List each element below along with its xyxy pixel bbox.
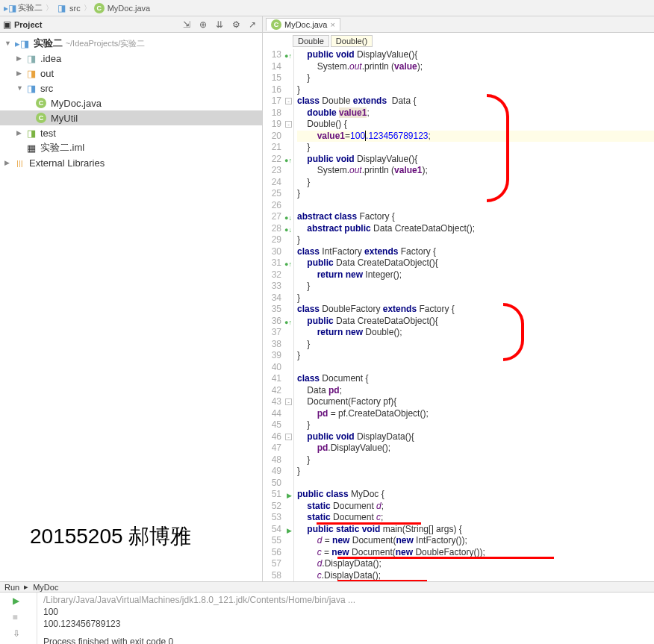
module-icon: ▸◨ bbox=[15, 38, 29, 49]
expand-toggle[interactable]: ▶ bbox=[4, 159, 13, 166]
watermark-text: 20155205 郝博雅 bbox=[30, 522, 191, 551]
editor-pane: C MyDoc.java × Double Double() 13●↑ 14 1… bbox=[263, 16, 654, 581]
run-tool-window: Run ▸ MyDoc ▶ ■ ⇩ /Library/Java/JavaVirt… bbox=[0, 581, 654, 644]
collapse-all-icon[interactable]: ⇊ bbox=[213, 18, 226, 31]
editor-crumb-bar: Double Double() bbox=[263, 33, 654, 49]
annotation-underline bbox=[337, 580, 427, 581]
expand-toggle[interactable]: ▼ bbox=[4, 40, 13, 47]
fold-icon[interactable]: - bbox=[285, 398, 292, 405]
tree-src[interactable]: ▼ ◨ src bbox=[0, 81, 262, 96]
run-toolbar: ▶ ■ ⇩ bbox=[0, 593, 37, 644]
run-gutter-icon[interactable]: ▶ bbox=[287, 490, 292, 502]
tree-label: out bbox=[40, 68, 54, 79]
folder-icon: ◨ bbox=[56, 3, 66, 13]
java-class-icon: C bbox=[36, 98, 46, 108]
override-icon[interactable]: ●↑ bbox=[284, 155, 292, 167]
test-folder-icon: ◨ bbox=[27, 128, 36, 139]
iml-icon: ▦ bbox=[27, 143, 36, 154]
annotation-underline bbox=[317, 522, 421, 525]
run-config-icon: ▸ bbox=[24, 582, 28, 592]
crumb-class[interactable]: Double bbox=[293, 35, 329, 47]
tree-mydoc[interactable]: C MyDoc.java bbox=[0, 96, 262, 110]
tree-label: src bbox=[40, 83, 53, 94]
tree-test[interactable]: ▶ ◨ test bbox=[0, 125, 262, 140]
target-icon[interactable]: ⊕ bbox=[196, 18, 210, 31]
tree-iml[interactable]: ▦ 实验二.iml bbox=[0, 140, 262, 155]
console-exit: Process finished with exit code 0 bbox=[43, 636, 648, 644]
project-tree[interactable]: ▼ ▸◨ 实验二 ~/IdeaProjects/实验二 ▶ ◨ .idea ▶ … bbox=[0, 33, 262, 173]
code-area[interactable]: public void DisplayValue(){ System.out.p… bbox=[294, 49, 654, 581]
console-line: 100.123456789123 bbox=[43, 618, 648, 630]
project-icon: ▣ bbox=[3, 19, 11, 30]
annotation-underline bbox=[337, 557, 554, 559]
override-icon[interactable]: ●↑ bbox=[284, 259, 292, 271]
tree-out[interactable]: ▶ ◨ out bbox=[0, 66, 262, 81]
source-folder-icon: ◨ bbox=[27, 83, 36, 94]
gutter[interactable]: 13●↑ 14 15 16 17- 18 19- 20 21 22●↑ 23 2… bbox=[263, 49, 294, 581]
impl-icon[interactable]: ●↓ bbox=[284, 225, 292, 237]
folder-icon: ▸◨ bbox=[4, 3, 15, 13]
console-line: 100 bbox=[43, 606, 648, 618]
tab-label: MyDoc.java bbox=[284, 20, 327, 29]
run-header: Run ▸ MyDoc bbox=[0, 582, 654, 593]
folder-icon: ◨ bbox=[27, 53, 36, 64]
editor-tab[interactable]: C MyDoc.java × bbox=[266, 18, 340, 31]
project-header: ▣ Project ⇲ ⊕ ⇊ ⚙ ↗ bbox=[0, 16, 262, 33]
close-icon[interactable]: × bbox=[330, 20, 334, 29]
library-icon: ⫼ bbox=[15, 157, 25, 169]
tree-root[interactable]: ▼ ▸◨ 实验二 ~/IdeaProjects/实验二 bbox=[0, 36, 262, 51]
project-title: Project bbox=[14, 20, 42, 29]
tree-label: MyDoc.java bbox=[51, 98, 102, 109]
run-label: Run bbox=[4, 583, 19, 592]
override-icon[interactable]: ●↑ bbox=[284, 317, 292, 329]
tree-idea[interactable]: ▶ ◨ .idea bbox=[0, 51, 262, 66]
tree-myutil[interactable]: C MyUtil bbox=[0, 110, 262, 125]
java-class-icon: C bbox=[271, 19, 281, 30]
java-class-icon: C bbox=[94, 3, 105, 13]
crumb-method[interactable]: Double() bbox=[331, 35, 373, 47]
annotation-brace bbox=[487, 94, 509, 202]
project-tool-window: ▣ Project ⇲ ⊕ ⇊ ⚙ ↗ ▼ ▸◨ 实验二 ~/IdeaProje… bbox=[0, 16, 263, 581]
fold-icon[interactable]: - bbox=[285, 98, 292, 104]
stop-icon[interactable]: ■ bbox=[13, 612, 25, 624]
fold-icon[interactable]: - bbox=[285, 434, 292, 440]
expand-toggle[interactable]: ▶ bbox=[16, 129, 25, 137]
java-class-icon: C bbox=[36, 113, 46, 123]
tree-path: ~/IdeaProjects/实验二 bbox=[66, 39, 146, 48]
chevron-right-icon: 〉 bbox=[46, 3, 53, 13]
tree-label: .idea bbox=[40, 53, 61, 64]
breadcrumb-root[interactable]: 实验二 bbox=[18, 2, 43, 13]
tree-label: External Libraries bbox=[29, 157, 105, 169]
expand-toggle[interactable]: ▶ bbox=[16, 69, 25, 77]
console-output[interactable]: /Library/Java/JavaVirtualMachines/jdk1.8… bbox=[37, 593, 654, 644]
breadcrumb-bar: ▸◨ 实验二 〉 ◨ src 〉 C MyDoc.java bbox=[0, 0, 654, 16]
tree-label: test bbox=[40, 128, 56, 139]
tree-external-libs[interactable]: ▶ ⫼ External Libraries bbox=[0, 155, 262, 170]
chevron-right-icon: 〉 bbox=[84, 3, 91, 13]
tree-label: 实验二 bbox=[34, 37, 63, 49]
expand-toggle[interactable]: ▶ bbox=[16, 54, 25, 62]
run-gutter-icon[interactable]: ▶ bbox=[287, 525, 292, 537]
override-icon[interactable]: ●↑ bbox=[284, 51, 292, 63]
hide-icon[interactable]: ↗ bbox=[246, 18, 259, 31]
run-config-name[interactable]: MyDoc bbox=[33, 583, 58, 592]
code-editor[interactable]: 13●↑ 14 15 16 17- 18 19- 20 21 22●↑ 23 2… bbox=[263, 49, 654, 581]
impl-icon[interactable]: ●↓ bbox=[284, 213, 292, 225]
fold-icon[interactable]: - bbox=[285, 121, 292, 128]
tree-label: MyUtil bbox=[51, 113, 78, 124]
down-icon[interactable]: ⇩ bbox=[13, 628, 25, 640]
console-cmd: /Library/Java/JavaVirtualMachines/jdk1.8… bbox=[43, 594, 648, 606]
folder-icon: ◨ bbox=[27, 68, 36, 79]
gear-icon[interactable]: ⚙ bbox=[229, 18, 243, 31]
collapse-icon[interactable]: ⇲ bbox=[180, 18, 193, 31]
tree-label: 实验二.iml bbox=[40, 141, 84, 154]
breadcrumb-src[interactable]: src bbox=[69, 4, 81, 13]
rerun-icon[interactable]: ▶ bbox=[13, 595, 25, 607]
expand-toggle[interactable]: ▼ bbox=[16, 84, 25, 92]
breadcrumb-file[interactable]: MyDoc.java bbox=[108, 4, 150, 13]
editor-tabs: C MyDoc.java × bbox=[263, 16, 654, 33]
